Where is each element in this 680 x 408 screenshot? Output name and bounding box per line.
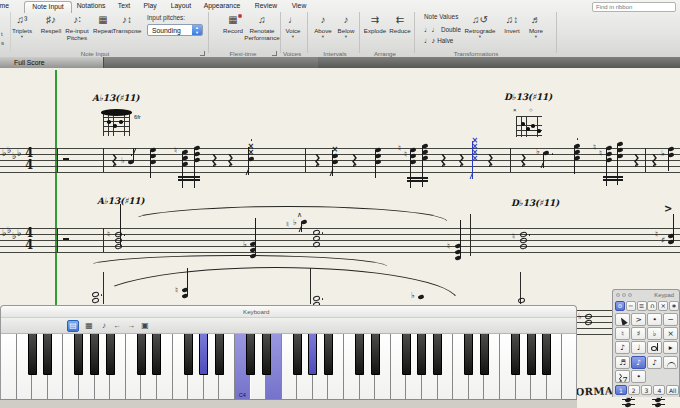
transpose-button[interactable]: ♪↕Transpose xyxy=(107,12,147,34)
panel-dot-icon[interactable] xyxy=(622,293,626,297)
keypad-eighth-note-selected[interactable]: ♪ xyxy=(631,356,646,369)
keypad-page-3[interactable]: ≡ xyxy=(637,301,647,311)
notehead[interactable] xyxy=(92,297,100,303)
quarter-rest[interactable] xyxy=(652,153,657,166)
black-key[interactable] xyxy=(417,334,426,375)
chord-symbol[interactable]: A♭13(♯11) xyxy=(92,93,139,103)
keyboard-panel-titlebar[interactable]: Keyboard xyxy=(1,306,576,318)
shift-left-icon[interactable]: ← xyxy=(111,320,123,332)
keypad-natural[interactable]: ♮ xyxy=(615,327,630,340)
quarter-rest[interactable] xyxy=(441,153,446,166)
half-rest[interactable] xyxy=(63,238,69,241)
black-key[interactable] xyxy=(464,334,473,375)
black-key[interactable] xyxy=(371,334,380,375)
keypad-grace-note[interactable]: ▸ xyxy=(663,341,678,354)
keypad-double-sharp[interactable]: × xyxy=(663,327,678,340)
record-button[interactable]: ▦Record xyxy=(221,12,245,34)
triplets-button[interactable]: ♫³Triplets▾ xyxy=(7,12,37,39)
black-key[interactable] xyxy=(293,334,302,375)
black-key[interactable] xyxy=(90,334,99,375)
black-key[interactable] xyxy=(28,334,37,375)
more-button[interactable]: ♬More▾ xyxy=(525,12,547,39)
black-key[interactable] xyxy=(137,334,146,375)
voice-4-button[interactable]: 4 xyxy=(653,385,665,395)
quarter-rest[interactable] xyxy=(212,153,217,166)
quarter-rest[interactable] xyxy=(521,153,526,166)
white-key[interactable] xyxy=(562,334,576,400)
dialog-launcher-icon[interactable] xyxy=(272,51,277,56)
white-key[interactable] xyxy=(1,334,17,400)
keypad-sixteenth-note[interactable]: ♬ xyxy=(615,356,630,369)
halve-button[interactable]: ♩♪Halve xyxy=(424,36,453,45)
black-key[interactable] xyxy=(152,334,161,375)
keypad-quarter-note[interactable]: ♩ xyxy=(631,341,646,354)
dialog-launcher-icon[interactable] xyxy=(200,51,205,56)
quarter-rest[interactable] xyxy=(315,153,320,166)
black-key[interactable] xyxy=(324,334,333,375)
keypad-eighth-note[interactable]: ♪ xyxy=(615,341,630,354)
chord-symbol[interactable]: D♭13(♯11) xyxy=(511,198,559,208)
keypad-page-4[interactable]: ∩ xyxy=(647,301,657,311)
voice-1-button[interactable]: 1 xyxy=(615,385,627,395)
panel-dot-icon[interactable] xyxy=(616,293,620,297)
keypad-tie[interactable] xyxy=(663,356,678,369)
invert-button[interactable]: ♫↕Invert xyxy=(500,12,524,34)
renotate-performance-button[interactable]: ♫RenotatePerformance xyxy=(244,12,280,41)
panel-options-icon[interactable]: ▣ xyxy=(139,320,151,332)
tab-view[interactable]: View xyxy=(286,1,312,11)
black-key[interactable] xyxy=(355,334,364,375)
double-button[interactable]: ♩♩Double xyxy=(424,25,461,34)
black-key[interactable] xyxy=(246,334,255,375)
keypad-flat[interactable]: ♭ xyxy=(647,327,662,340)
black-key[interactable] xyxy=(215,334,224,375)
voice-button[interactable]: ♩Voice▾ xyxy=(281,12,305,39)
keypad-tenuto[interactable]: − xyxy=(663,313,678,326)
keypad-rest[interactable]: 7 xyxy=(615,370,630,383)
below-button[interactable]: ♪Below▾ xyxy=(334,12,358,39)
quarter-rest[interactable] xyxy=(459,153,464,166)
tab-text[interactable]: Text xyxy=(112,1,136,11)
keypad-sharp[interactable]: ♯ xyxy=(631,327,646,340)
voice-all-button[interactable]: All xyxy=(666,385,679,395)
keypad-page-6[interactable]: ∗ xyxy=(669,301,679,311)
black-key[interactable] xyxy=(527,334,536,375)
retrograde-button[interactable]: ♫↺Retrograde▾ xyxy=(459,12,501,39)
voice-2-button[interactable]: 2 xyxy=(628,385,640,395)
keypad-accent[interactable]: > xyxy=(631,313,646,326)
black-key[interactable] xyxy=(43,334,52,375)
reduce-button[interactable]: ⇇Reduce xyxy=(387,12,413,34)
half-rest[interactable] xyxy=(63,158,69,161)
doctab-full-score[interactable]: Full Score xyxy=(0,57,104,68)
keypad-cursor[interactable] xyxy=(615,313,630,326)
notehead[interactable] xyxy=(518,297,526,303)
black-key[interactable] xyxy=(199,334,208,375)
stepper-icon[interactable]: ▲▼ xyxy=(192,25,202,35)
black-key[interactable] xyxy=(74,334,83,375)
shift-right-icon[interactable]: → xyxy=(125,320,137,332)
black-key[interactable] xyxy=(308,334,317,375)
keypad-staccato[interactable]: • xyxy=(647,313,662,326)
above-button[interactable]: ♪Above▾ xyxy=(311,12,335,39)
input-pitches-dropdown[interactable]: Sounding ▲▼ xyxy=(147,24,203,36)
note-entry-icon[interactable]: ♪ xyxy=(98,320,110,332)
explode-button[interactable]: ⇉Explode xyxy=(362,12,388,34)
black-key[interactable] xyxy=(480,334,489,375)
chord-symbol[interactable]: D♭13(♯11) xyxy=(504,92,552,102)
tab-review[interactable]: Review xyxy=(250,1,282,11)
keypad-panel-titlebar[interactable]: Keypad xyxy=(613,290,679,300)
tab-home[interactable]: Home xyxy=(0,1,16,11)
tab-play[interactable]: Play xyxy=(138,1,162,11)
keypad-dot[interactable]: • xyxy=(631,370,646,383)
tab-layout[interactable]: Layout xyxy=(166,1,196,11)
keypad-half-note[interactable] xyxy=(647,341,662,354)
black-key[interactable] xyxy=(262,334,271,375)
settings-icon[interactable]: ▤ xyxy=(67,320,79,332)
keyboard-size-icon[interactable]: ▦ xyxy=(83,320,95,332)
chord-symbol[interactable]: A♭13(♯11) xyxy=(97,196,144,206)
tab-note-input[interactable]: Note Input xyxy=(24,1,72,13)
find-in-ribbon-input[interactable] xyxy=(592,2,676,12)
keypad-dotted-note[interactable]: ♪ xyxy=(647,356,662,369)
black-key[interactable] xyxy=(184,334,193,375)
quarter-rest[interactable] xyxy=(228,153,233,166)
black-key[interactable] xyxy=(433,334,442,375)
